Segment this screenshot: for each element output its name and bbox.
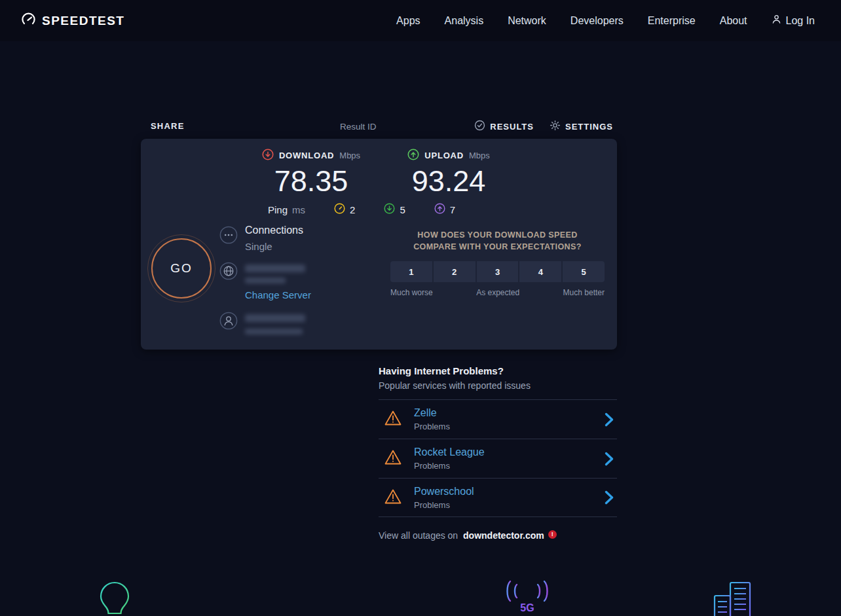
server-name-redacted: [245, 264, 305, 272]
nav-item-analysis[interactable]: Analysis: [445, 15, 484, 27]
settings-label: SETTINGS: [565, 122, 613, 132]
ping-upload-value: 7: [450, 204, 455, 215]
rating-button-2[interactable]: 2: [434, 261, 476, 282]
downdetector-link[interactable]: downdetector.com: [463, 530, 544, 541]
survey-scale-labels: Much worse As expected Much better: [390, 288, 605, 297]
survey-rating-buttons: 1 2 3 4 5: [390, 261, 605, 282]
change-server-link[interactable]: Change Server: [245, 289, 311, 300]
download-result: DOWNLOAD Mbps 78.35: [246, 147, 377, 198]
download-value: 78.35: [246, 164, 377, 198]
gear-icon: [550, 120, 561, 133]
rating-button-4[interactable]: 4: [519, 261, 561, 282]
ping-unit: ms: [292, 204, 305, 215]
network-sphere-icon: [295, 577, 347, 616]
upload-arrow-icon: [407, 147, 419, 161]
outages-prefix: View all outages on: [379, 530, 458, 541]
download-arrow-icon: [262, 147, 274, 161]
problems-subtitle: Popular services with reported issues: [379, 380, 617, 391]
isp-ip-redacted: [245, 329, 303, 335]
person-icon: [772, 14, 781, 27]
upload-result: UPLOAD Mbps 93.24: [383, 147, 514, 198]
downdetector-badge-icon: !: [548, 530, 557, 539]
view-all-outages: View all outages on downdetector.com !: [379, 530, 617, 541]
scale-label-better: Much better: [563, 288, 605, 297]
connections-label: Connections: [245, 225, 303, 236]
server-location-redacted: [245, 278, 286, 283]
check-circle-icon: [474, 120, 485, 133]
service-status: Problems: [414, 422, 450, 431]
service-row-rocket-league[interactable]: Rocket League Problems: [379, 439, 617, 478]
rating-button-1[interactable]: 1: [390, 261, 432, 282]
service-link[interactable]: Powerschool: [414, 486, 474, 497]
chevron-right-icon: [604, 490, 614, 505]
login-link[interactable]: Log In: [772, 14, 815, 27]
share-button[interactable]: SHARE: [151, 121, 185, 131]
result-toolbar: SHARE Result ID RESULTS: [141, 120, 617, 133]
internet-problems-section: Having Internet Problems? Popular servic…: [379, 365, 617, 541]
5g-label: 5G: [502, 602, 552, 614]
ping-idle-value: 2: [350, 204, 355, 215]
ping-row: Ping ms 2 5: [268, 203, 455, 217]
service-status: Problems: [414, 461, 485, 471]
service-list: Zelle Problems: [379, 399, 617, 517]
connections-value: Single: [245, 241, 272, 252]
ping-download-icon: [384, 203, 395, 217]
upload-unit: Mbps: [469, 151, 490, 160]
connections-icon: [219, 226, 238, 247]
scale-label-expected: As expected: [476, 288, 519, 297]
lightbulb-icon: [94, 579, 135, 616]
result-card: DOWNLOAD Mbps 78.35 UPLOAD Mbps 93.24 Pi…: [141, 139, 617, 350]
nav-item-network[interactable]: Network: [508, 15, 546, 27]
survey-question: HOW DOES YOUR DOWNLOAD SPEED COMPARE WIT…: [399, 229, 597, 253]
upload-value: 93.24: [383, 164, 514, 198]
chevron-right-icon: [604, 452, 614, 466]
speedtest-gauge-icon: [21, 12, 36, 29]
service-row-zelle[interactable]: Zelle Problems: [379, 399, 617, 439]
scale-label-worse: Much worse: [390, 288, 433, 297]
problems-title: Having Internet Problems?: [379, 365, 617, 376]
warning-triangle-icon: [384, 410, 402, 429]
results-label: RESULTS: [490, 122, 534, 132]
buildings-icon: [711, 579, 757, 616]
server-globe-icon: [219, 262, 238, 283]
ping-label: Ping: [268, 204, 288, 215]
service-link[interactable]: Zelle: [414, 407, 437, 418]
upload-label: UPLOAD: [424, 151, 464, 160]
service-row-powerschool[interactable]: Powerschool Problems: [379, 478, 617, 517]
ping-idle-icon: [334, 203, 345, 217]
logo-text: SPEEDTEST: [42, 14, 124, 28]
login-label: Log In: [786, 15, 815, 27]
speed-survey: HOW DOES YOUR DOWNLOAD SPEED COMPARE WIT…: [390, 229, 605, 297]
nav-item-developers[interactable]: Developers: [570, 15, 624, 27]
nav-links: Apps Analysis Network Developers Enterpr…: [396, 14, 815, 27]
go-button[interactable]: GO: [151, 238, 212, 299]
ping-download: 5: [384, 203, 405, 217]
nav-item-about[interactable]: About: [720, 15, 747, 27]
ping-idle: 2: [334, 203, 355, 217]
nav-item-apps[interactable]: Apps: [396, 15, 420, 27]
go-label: GO: [170, 261, 193, 275]
download-unit: Mbps: [339, 151, 360, 160]
ping-download-value: 5: [400, 204, 405, 215]
rating-button-5[interactable]: 5: [563, 261, 605, 282]
speedtest-logo[interactable]: SPEEDTEST: [21, 12, 124, 29]
top-nav: SPEEDTEST Apps Analysis Network Develope…: [0, 0, 841, 41]
settings-button[interactable]: SETTINGS: [550, 120, 613, 133]
nav-item-enterprise[interactable]: Enterprise: [648, 15, 696, 27]
chevron-right-icon: [604, 412, 614, 427]
download-label: DOWNLOAD: [279, 151, 334, 160]
main-content: SHARE Result ID RESULTS: [141, 120, 617, 541]
ping-upload-icon: [434, 203, 445, 217]
warning-triangle-icon: [384, 449, 402, 468]
isp-person-icon: [219, 312, 238, 333]
results-button[interactable]: RESULTS: [474, 120, 534, 133]
ping-upload: 7: [434, 203, 455, 217]
isp-name-redacted: [245, 314, 305, 322]
service-link[interactable]: Rocket League: [414, 446, 485, 458]
rating-button-3[interactable]: 3: [477, 261, 519, 282]
toolbar-right: RESULTS SETTINGS: [474, 120, 613, 133]
warning-triangle-icon: [384, 488, 402, 507]
result-id-label: Result ID: [340, 122, 377, 132]
service-status: Problems: [414, 500, 474, 510]
